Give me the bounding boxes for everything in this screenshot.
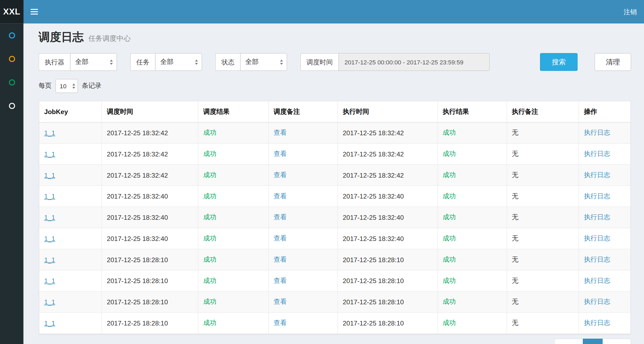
table-row: 1_12017-12-25 18:28:10成功查看2017-12-25 18:… bbox=[39, 249, 631, 270]
handle_msg-text: 无 bbox=[512, 150, 519, 157]
trigger_msg-link[interactable]: 查看 bbox=[274, 234, 287, 242]
cell-trigger_time: 2017-12-25 18:32:40 bbox=[102, 186, 198, 207]
cell-handle_time: 2017-12-25 18:32:42 bbox=[338, 164, 438, 186]
col-header-trigger_result[interactable]: 调度结果 bbox=[198, 101, 269, 122]
action-link[interactable]: 执行日志 bbox=[584, 234, 610, 242]
trigger_result-text: 成功 bbox=[203, 192, 216, 200]
col-header-handle_result[interactable]: 执行结果 bbox=[438, 101, 507, 122]
action-link[interactable]: 执行日志 bbox=[584, 277, 610, 284]
action-link[interactable]: 执行日志 bbox=[584, 319, 610, 326]
status-select[interactable]: 全部 bbox=[240, 53, 287, 71]
job_key-link[interactable]: 1_1 bbox=[44, 298, 55, 306]
job_key-link[interactable]: 1_1 bbox=[44, 256, 55, 264]
cell-trigger_msg: 查看 bbox=[269, 186, 338, 207]
job_key-link[interactable]: 1_1 bbox=[44, 150, 55, 158]
cell-trigger_msg: 查看 bbox=[269, 207, 338, 228]
pagination-prev-button[interactable]: 上页 bbox=[554, 339, 584, 344]
job_key-link[interactable]: 1_1 bbox=[44, 277, 55, 285]
trigger_msg-link[interactable]: 查看 bbox=[274, 171, 287, 178]
handle_msg-text: 无 bbox=[512, 319, 519, 326]
col-header-trigger_time[interactable]: 调度时间 bbox=[102, 101, 198, 122]
cell-trigger_time: 2017-12-25 18:32:42 bbox=[102, 122, 198, 144]
cell-trigger_result: 成功 bbox=[198, 122, 269, 144]
trigger_msg-link[interactable]: 查看 bbox=[274, 129, 287, 136]
cell-trigger_result: 成功 bbox=[198, 228, 269, 249]
col-header-handle_time[interactable]: 执行时间 bbox=[338, 101, 438, 122]
cell-handle_time: 2017-12-25 18:28:10 bbox=[338, 249, 438, 270]
job-select[interactable]: 全部 bbox=[155, 53, 202, 71]
clear-button[interactable]: 清理 bbox=[595, 53, 631, 71]
action-link[interactable]: 执行日志 bbox=[584, 171, 610, 178]
action-link[interactable]: 执行日志 bbox=[584, 150, 610, 157]
handle_msg-text: 无 bbox=[512, 234, 519, 242]
col-header-job_key[interactable]: JobKey bbox=[39, 101, 102, 122]
pagination-next-button[interactable]: 下页 bbox=[602, 339, 631, 344]
job_key-link[interactable]: 1_1 bbox=[44, 129, 55, 137]
trigger-time-range-input[interactable] bbox=[338, 53, 490, 71]
handle_msg-text: 无 bbox=[512, 277, 519, 284]
cell-handle_msg: 无 bbox=[507, 144, 579, 165]
trigger_msg-link[interactable]: 查看 bbox=[274, 255, 287, 263]
sidebar-item-2[interactable] bbox=[0, 47, 24, 71]
job_key-link[interactable]: 1_1 bbox=[44, 193, 55, 200]
handle_time-text: 2017-12-25 18:28:10 bbox=[343, 319, 404, 327]
cell-handle_result: 成功 bbox=[438, 270, 507, 291]
handle_result-text: 成功 bbox=[443, 234, 456, 242]
cell-action: 执行日志 bbox=[579, 164, 631, 186]
action-link[interactable]: 执行日志 bbox=[584, 213, 610, 221]
cell-trigger_msg: 查看 bbox=[269, 164, 338, 186]
col-header-trigger_msg[interactable]: 调度备注 bbox=[269, 101, 338, 122]
cell-handle_msg: 无 bbox=[507, 122, 579, 144]
action-link[interactable]: 执行日志 bbox=[584, 255, 610, 263]
trigger_msg-link[interactable]: 查看 bbox=[274, 192, 287, 200]
circle-icon bbox=[9, 79, 15, 85]
cell-handle_time: 2017-12-25 18:32:40 bbox=[338, 207, 438, 228]
trigger_msg-link[interactable]: 查看 bbox=[274, 319, 287, 326]
trigger_msg-link[interactable]: 查看 bbox=[274, 298, 287, 305]
search-button[interactable]: 搜索 bbox=[540, 53, 578, 71]
cell-job_key: 1_1 bbox=[39, 144, 102, 165]
job_key-link[interactable]: 1_1 bbox=[44, 235, 55, 242]
trigger_result-text: 成功 bbox=[203, 255, 216, 263]
action-link[interactable]: 执行日志 bbox=[584, 192, 610, 200]
sidebar-toggle-button[interactable] bbox=[24, 0, 45, 24]
sidebar-item-4[interactable] bbox=[0, 94, 24, 118]
handle_msg-text: 无 bbox=[512, 192, 519, 200]
cell-handle_time: 2017-12-25 18:32:40 bbox=[338, 228, 438, 249]
table-row: 1_12017-12-25 18:32:42成功查看2017-12-25 18:… bbox=[39, 164, 631, 186]
cell-handle_time: 2017-12-25 18:28:10 bbox=[338, 270, 438, 291]
trigger_msg-link[interactable]: 查看 bbox=[274, 213, 287, 221]
executor-select[interactable]: 全部 bbox=[70, 53, 117, 71]
hamburger-icon bbox=[30, 9, 38, 10]
trigger_time-text: 2017-12-25 18:32:40 bbox=[107, 214, 168, 221]
trigger_time-text: 2017-12-25 18:32:42 bbox=[107, 129, 168, 137]
trigger_msg-link[interactable]: 查看 bbox=[274, 277, 287, 284]
cell-action: 执行日志 bbox=[579, 207, 631, 228]
job_key-link[interactable]: 1_1 bbox=[44, 171, 55, 179]
col-header-action[interactable]: 操作 bbox=[579, 101, 631, 122]
handle_result-text: 成功 bbox=[443, 129, 456, 136]
col-header-handle_msg[interactable]: 执行备注 bbox=[507, 101, 579, 122]
sidebar-item-3[interactable] bbox=[0, 71, 24, 94]
action-link[interactable]: 执行日志 bbox=[584, 129, 610, 136]
trigger_msg-link[interactable]: 查看 bbox=[274, 150, 287, 157]
job_key-link[interactable]: 1_1 bbox=[44, 319, 55, 327]
handle_msg-text: 无 bbox=[512, 171, 519, 178]
trigger_result-text: 成功 bbox=[203, 319, 216, 326]
page-size-select[interactable]: 10 bbox=[56, 79, 78, 93]
logout-link[interactable]: 注销 bbox=[616, 0, 644, 24]
cell-handle_time: 2017-12-25 18:32:42 bbox=[338, 122, 438, 144]
cell-handle_result: 成功 bbox=[438, 313, 507, 334]
table-row: 1_12017-12-25 18:32:42成功查看2017-12-25 18:… bbox=[39, 122, 631, 144]
table-row: 1_12017-12-25 18:32:40成功查看2017-12-25 18:… bbox=[39, 207, 631, 228]
handle_result-text: 成功 bbox=[443, 213, 456, 221]
app-logo[interactable]: XXL bbox=[0, 0, 24, 24]
action-link[interactable]: 执行日志 bbox=[584, 298, 610, 305]
sidebar-item-1[interactable] bbox=[0, 24, 24, 47]
cell-action: 执行日志 bbox=[579, 249, 631, 270]
cell-job_key: 1_1 bbox=[39, 186, 102, 207]
job_key-link[interactable]: 1_1 bbox=[44, 214, 55, 221]
pagination-current-page[interactable]: 1 bbox=[583, 339, 602, 344]
handle_msg-text: 无 bbox=[512, 213, 519, 221]
cell-action: 执行日志 bbox=[579, 228, 631, 249]
